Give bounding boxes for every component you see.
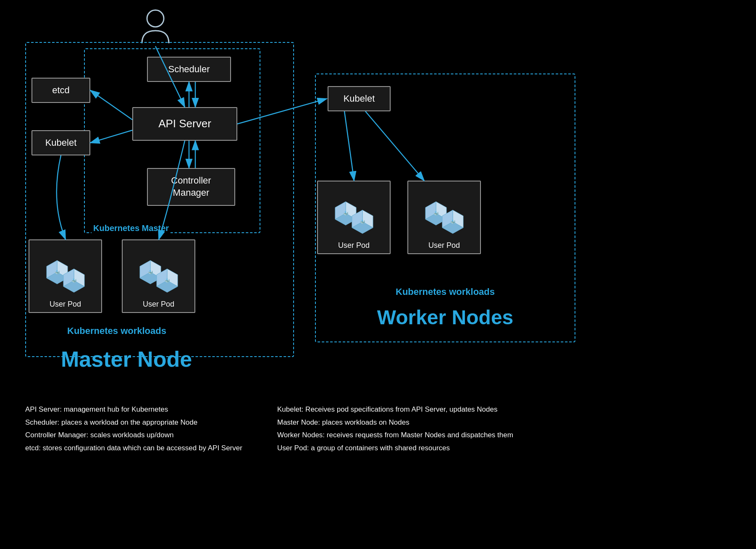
svg-point-0 [147,10,164,27]
kubelet-worker-label: Kubelet [344,93,375,104]
legend-right: Kubelet: Receives pod specifications fro… [277,403,513,454]
user-pod-worker-1-label: User Pod [338,241,370,250]
legend-scheduler: Scheduler: places a workload on the appr… [25,416,242,429]
legend-master-node: Master Node: places workloads on Nodes [277,416,513,429]
svg-text:🐳: 🐳 [360,219,365,225]
k8s-workloads-worker-label: Kubernetes workloads [396,286,495,297]
kubelet-master-box: Kubelet [32,130,90,155]
etcd-box: etcd [32,78,90,103]
user-pod-master-1: 🐳 🐳 User Pod [29,239,102,313]
svg-text:🐳: 🐳 [71,278,77,284]
scheduler-box: Scheduler [147,57,231,82]
svg-text:🐳: 🐳 [433,211,439,216]
legend-kubelet: Kubelet: Receives pod specifications fro… [277,403,513,416]
user-pod-worker-2: 🐳 🐳 User Pod [407,181,481,254]
legend-controller: Controller Manager: scales workloads up/… [25,429,242,442]
kubelet-worker-box: Kubelet [328,86,391,111]
svg-text:🐳: 🐳 [55,270,60,275]
user-pod-master-1-label: User Pod [50,300,81,309]
user-pod-worker-1: 🐳 🐳 User Pod [317,181,391,254]
k8s-workloads-master-label: Kubernetes workloads [67,326,166,336]
etcd-label: etcd [52,84,70,97]
api-server-box: API Server [132,107,237,141]
legend-etcd: etcd: stores configuration data which ca… [25,442,242,455]
docker-cubes-icon-2: 🐳 🐳 [136,256,182,298]
svg-text:🐳: 🐳 [148,270,153,275]
docker-cubes-icon-1: 🐳 🐳 [42,256,89,298]
controller-manager-box: Controller Manager [147,168,235,206]
k8s-master-label: Kubernetes Master [92,223,171,233]
master-node-label: Master Node [61,347,192,372]
svg-text:🐳: 🐳 [343,211,349,216]
controller-manager-label: Controller Manager [171,175,211,199]
svg-text:🐳: 🐳 [450,219,456,225]
user-pod-master-2: 🐳 🐳 User Pod [122,239,195,313]
scheduler-label: Scheduler [168,63,210,76]
legend-api-server: API Server: management hub for Kubernete… [25,403,242,416]
user-icon [139,8,172,45]
diagram-container: Kubernetes Master etcd Kubelet Scheduler… [0,0,756,549]
worker-node-label: Worker Nodes [377,306,514,329]
svg-text:🐳: 🐳 [165,278,170,284]
user-pod-master-2-label: User Pod [143,300,174,309]
docker-cubes-icon-4: 🐳 🐳 [421,197,467,239]
legend-left: API Server: management hub for Kubernete… [25,403,242,454]
legend-user-pod: User Pod: a group of containers with sha… [277,442,513,455]
kubelet-master-label: Kubelet [45,137,77,149]
api-server-label: API Server [158,117,211,131]
user-pod-worker-2-label: User Pod [428,241,460,250]
docker-cubes-icon-3: 🐳 🐳 [331,197,377,239]
legend-worker-nodes: Worker Nodes: receives requests from Mas… [277,429,513,442]
